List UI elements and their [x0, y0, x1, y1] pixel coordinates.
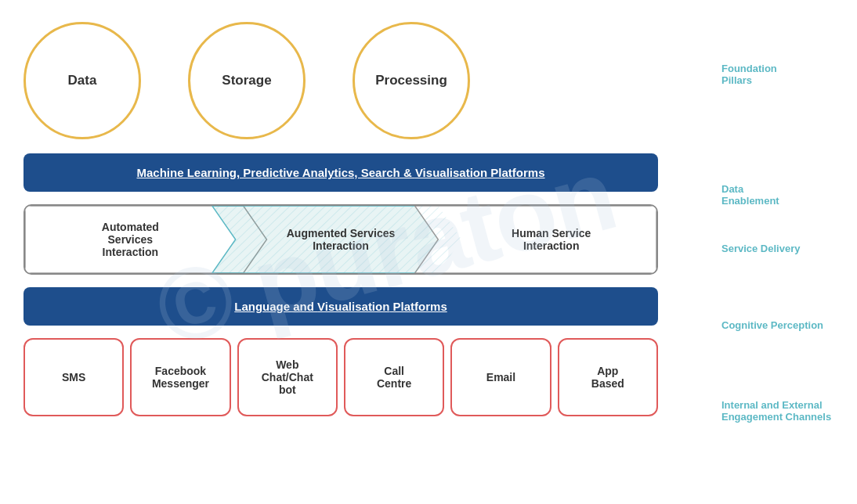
- service-automated: Automated Services Interaction: [25, 206, 236, 273]
- label-service-delivery: Service Delivery: [721, 243, 843, 254]
- channel-email: Email: [450, 338, 551, 416]
- ml-bar-text1: Machine Learning, Predictive Analytics, …: [136, 166, 414, 179]
- circle-processing: Processing: [353, 22, 470, 139]
- label-engagement-channels: Internal and ExternalEngagement Channels: [721, 399, 843, 423]
- ml-bar-underline: Visualisation: [415, 166, 487, 179]
- ml-bar-text2: Platforms: [487, 166, 544, 179]
- channel-callcentre: Call Centre: [344, 338, 444, 416]
- lang-bar-text2: Platforms: [389, 300, 447, 313]
- main-container: © puraton Data Storage Processing Machin…: [0, 0, 857, 504]
- channel-appbased: App Based: [558, 338, 658, 416]
- lang-bar-underline: Visualisation: [317, 300, 389, 313]
- service-delivery-row: Automated Services Interaction Augmented…: [24, 204, 658, 275]
- content-area: Data Storage Processing Machine Learning…: [24, 14, 658, 416]
- label-data-enablement: DataEnablement: [721, 183, 843, 207]
- label-foundation: FoundationPillars: [721, 63, 843, 86]
- ml-bar: Machine Learning, Predictive Analytics, …: [24, 153, 658, 192]
- channels-row: SMS Facebook Messenger Web Chat/Chat bot…: [24, 338, 658, 416]
- circle-storage: Storage: [188, 22, 306, 139]
- channel-sms: SMS: [24, 338, 124, 416]
- channel-webchat: Web Chat/Chat bot: [237, 338, 338, 416]
- service-human: Human Service Interaction: [446, 206, 656, 273]
- lang-bar-text1: Language and: [234, 300, 317, 313]
- channel-facebook: Facebook Messenger: [130, 338, 230, 416]
- service-augmented: Augmented Services Interaction: [236, 206, 447, 273]
- lang-bar: Language and Visualisation Platforms: [24, 287, 658, 326]
- label-cognitive-perception: Cognitive Perception: [721, 319, 843, 331]
- circles-row: Data Storage Processing: [24, 14, 658, 139]
- circle-data: Data: [24, 22, 141, 139]
